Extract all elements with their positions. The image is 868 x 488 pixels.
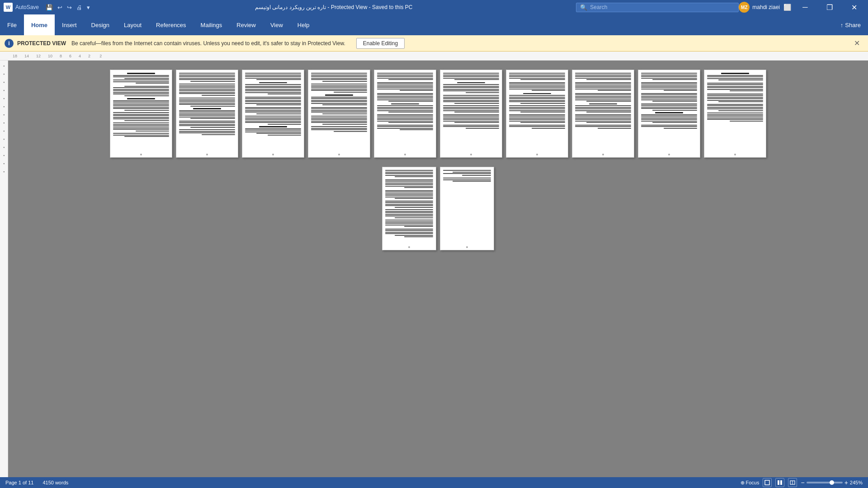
tab-references[interactable]: References xyxy=(149,14,193,35)
web-layout-view-button[interactable] xyxy=(775,478,784,487)
titlebar-left: W AutoSave 💾 ↩ ↪ 🖨 ▾ xyxy=(4,3,91,12)
titlebar-right: MZ mahdi ziaei ⬜ ─ ❐ ✕ xyxy=(739,0,864,14)
statusbar: Page 1 of 11 4150 words ⊕ Focus − + 245% xyxy=(0,477,868,488)
tab-insert[interactable]: Insert xyxy=(55,14,84,35)
page-dot xyxy=(140,154,142,155)
focus-label[interactable]: ⊕ Focus xyxy=(741,480,760,486)
ruler-mark: 10 xyxy=(44,54,56,58)
ruler-mark: 4 xyxy=(75,54,85,58)
page-thumb-1[interactable] xyxy=(110,70,172,158)
ruler-content: 18 14 12 10 8 6 4 2 2 xyxy=(9,54,105,58)
page-dot xyxy=(272,154,274,155)
page-content-10 xyxy=(704,70,766,125)
sidebar-icon-1[interactable]: ▪ xyxy=(0,62,8,70)
page-dot xyxy=(408,246,410,248)
zoom-thumb xyxy=(830,480,834,485)
print-icon[interactable]: 🖨 xyxy=(75,3,84,12)
ribbon: File Home Insert Design Layout Reference… xyxy=(0,14,868,35)
app-name: AutoSave xyxy=(15,4,39,10)
document-title: تاره ترین رویکرد درمانی اوتیسم - Protect… xyxy=(91,4,576,10)
ruler-mark: 6 xyxy=(66,54,75,58)
sidebar-icon-8[interactable]: ▪ xyxy=(0,119,8,127)
zoom-out-button[interactable]: − xyxy=(801,479,804,486)
sidebar-icon-14[interactable]: ▪ xyxy=(0,168,8,175)
ribbon-display-icon[interactable]: ⬜ xyxy=(783,4,791,11)
sidebar-icon-7[interactable]: ▪ xyxy=(0,111,8,118)
sidebar-icon-6[interactable]: ▪ xyxy=(0,103,8,110)
tab-mailings[interactable]: Mailings xyxy=(193,14,230,35)
page-thumb-11[interactable] xyxy=(382,167,436,250)
sidebar-icon-9[interactable]: ▪ xyxy=(0,127,8,135)
redo-icon[interactable]: ↪ xyxy=(66,3,73,12)
page-thumb-6[interactable] xyxy=(440,70,502,158)
tab-review[interactable]: Review xyxy=(229,14,263,35)
titlebar: W AutoSave 💾 ↩ ↪ 🖨 ▾ تاره ترین رویکرد در… xyxy=(0,0,868,14)
search-input[interactable] xyxy=(590,4,726,10)
page-thumb-10[interactable] xyxy=(704,70,766,158)
page-dot xyxy=(536,154,538,155)
restore-button[interactable]: ❐ xyxy=(819,0,840,14)
sidebar-icon-13[interactable]: ▪ xyxy=(0,160,8,167)
protected-view-message: Be careful—files from the Internet can c… xyxy=(71,40,345,47)
page-thumb-4[interactable] xyxy=(308,70,370,158)
sidebar-icon-10[interactable]: ▪ xyxy=(0,136,8,143)
protected-view-label: PROTECTED VIEW xyxy=(17,40,66,47)
svg-rect-0 xyxy=(765,480,769,485)
page-thumb-3[interactable] xyxy=(242,70,304,158)
tab-layout[interactable]: Layout xyxy=(117,14,149,35)
zoom-slider[interactable] xyxy=(807,482,843,483)
page-thumb-12[interactable] xyxy=(440,167,494,250)
page-dot xyxy=(470,154,472,155)
sidebar-icon-2[interactable]: ▪ xyxy=(0,70,8,78)
page-content-1 xyxy=(110,70,172,141)
page-content-6 xyxy=(440,70,502,132)
zoom-control: − + 245% xyxy=(801,479,863,486)
page-thumb-2[interactable] xyxy=(176,70,238,158)
tab-design[interactable]: Design xyxy=(84,14,117,35)
focus-text: Focus xyxy=(746,480,760,485)
protected-view-bar: i PROTECTED VIEW Be careful—files from t… xyxy=(0,35,868,52)
page-thumb-5[interactable] xyxy=(374,70,436,158)
undo-icon[interactable]: ↩ xyxy=(56,3,64,12)
page-info: Page 1 of 11 xyxy=(5,480,33,485)
page-content-7 xyxy=(506,70,568,132)
focus-icon: ⊕ xyxy=(741,480,745,486)
enable-editing-button[interactable]: Enable Editing xyxy=(356,38,405,49)
ruler-mark: 18 xyxy=(9,54,21,58)
zoom-level: 245% xyxy=(850,480,863,485)
ruler-mark: 8 xyxy=(56,54,66,58)
page-content-9 xyxy=(638,70,700,132)
page-thumb-9[interactable] xyxy=(638,70,700,158)
page-dot xyxy=(466,246,468,248)
zoom-in-button[interactable]: + xyxy=(844,479,848,486)
sidebar-icon-3[interactable]: ▪ xyxy=(0,79,8,86)
read-mode-button[interactable] xyxy=(788,478,797,487)
close-button[interactable]: ✕ xyxy=(844,0,864,14)
save-icon[interactable]: 💾 xyxy=(44,3,54,12)
print-layout-view-button[interactable] xyxy=(763,478,772,487)
tab-home[interactable]: Home xyxy=(24,14,55,35)
page-thumb-8[interactable] xyxy=(572,70,634,158)
sidebar-icon-12[interactable]: ▪ xyxy=(0,152,8,159)
search-box[interactable]: 🔍 xyxy=(576,3,739,12)
tab-view[interactable]: View xyxy=(263,14,290,35)
statusbar-right: ⊕ Focus − + 245% xyxy=(741,478,863,487)
sidebar-icon-5[interactable]: ▪ xyxy=(0,95,8,102)
word-count: 4150 words xyxy=(42,480,68,485)
minimize-button[interactable]: ─ xyxy=(795,0,816,14)
tab-file[interactable]: File xyxy=(0,14,24,35)
page-dot xyxy=(734,154,736,155)
page-thumb-7[interactable] xyxy=(506,70,568,158)
tab-help[interactable]: Help xyxy=(290,14,317,35)
page-content-8 xyxy=(572,70,634,132)
page-content-2 xyxy=(176,70,238,138)
protected-view-close-icon[interactable]: ✕ xyxy=(850,39,863,47)
sidebar-icon-4[interactable]: ▪ xyxy=(0,87,8,94)
user-info: MZ mahdi ziaei xyxy=(739,2,780,13)
page-content-12 xyxy=(440,167,494,185)
sidebar-icon-11[interactable]: ▪ xyxy=(0,144,8,151)
search-icon: 🔍 xyxy=(580,4,587,11)
ruler-mark: 14 xyxy=(21,54,33,58)
customize-icon[interactable]: ▾ xyxy=(85,3,91,12)
share-button[interactable]: ↑ Share xyxy=(833,14,868,35)
